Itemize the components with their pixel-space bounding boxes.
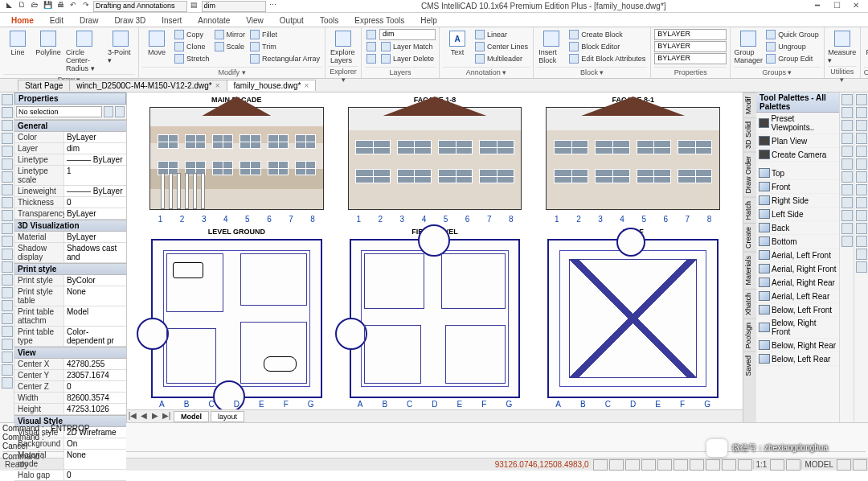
lineweight-icon[interactable] bbox=[2, 171, 13, 183]
palette-item[interactable]: Preset Viewpoints.. bbox=[756, 113, 839, 134]
prop-row[interactable]: Layerdim bbox=[14, 143, 126, 154]
sb-dyn-icon[interactable] bbox=[706, 459, 720, 471]
sb-otrack-icon[interactable] bbox=[674, 459, 688, 471]
quick-group-button[interactable]: Quick Group bbox=[764, 29, 821, 40]
prop-row[interactable]: Lineweight——— ByLayer bbox=[14, 186, 126, 197]
palette-item[interactable]: Right Side bbox=[756, 194, 839, 208]
palette-tab-hatch[interactable]: Hatch bbox=[743, 197, 756, 224]
iso-icon[interactable] bbox=[2, 236, 13, 247]
prop-value[interactable]: 42780.255 bbox=[64, 359, 126, 369]
rectarray-button[interactable]: Rectangular Array bbox=[248, 53, 321, 64]
prop-value[interactable]: ByColor bbox=[64, 275, 126, 286]
sb-anno-icon[interactable] bbox=[738, 459, 752, 471]
audit-icon[interactable] bbox=[856, 236, 867, 247]
tab-annotate[interactable]: Annotate bbox=[190, 14, 238, 27]
prop-row[interactable]: Center Y23057.1674 bbox=[14, 370, 126, 381]
close-icon[interactable]: × bbox=[304, 81, 309, 90]
palette-item[interactable]: Aerial, Right Rear bbox=[756, 276, 839, 290]
stretch-button[interactable]: Stretch bbox=[173, 53, 211, 64]
save-icon[interactable]: 💾 bbox=[42, 1, 53, 12]
prop-row[interactable]: Print table attachmModel bbox=[14, 306, 126, 327]
sb-osnap-icon[interactable] bbox=[657, 459, 672, 471]
polyline-button[interactable]: Polyline bbox=[34, 29, 63, 58]
close-icon[interactable]: × bbox=[215, 81, 220, 90]
tab-draw[interactable]: Draw bbox=[72, 14, 106, 27]
model-tab[interactable]: Model bbox=[174, 411, 209, 422]
list-icon[interactable] bbox=[856, 133, 867, 144]
palette-item[interactable]: Below, Right Front bbox=[756, 317, 839, 339]
snap-icon[interactable] bbox=[2, 94, 13, 105]
palette-item[interactable]: Back bbox=[756, 221, 839, 235]
dyn-icon[interactable] bbox=[2, 223, 13, 234]
print-icon[interactable]: 🖶 bbox=[55, 1, 66, 12]
layer-match-button[interactable]: Layer Match bbox=[379, 41, 436, 52]
group-edit-button[interactable]: Group Edit bbox=[764, 53, 821, 64]
tab-view[interactable]: View bbox=[238, 14, 272, 27]
layer-state-3[interactable] bbox=[365, 53, 378, 64]
clone-button[interactable]: Clone bbox=[173, 41, 211, 52]
center-lines-button[interactable]: Center Lines bbox=[473, 41, 530, 52]
palette-item[interactable]: Aerial, Left Rear bbox=[756, 290, 839, 303]
palette-item[interactable]: Plan View bbox=[756, 134, 839, 148]
move-button[interactable]: Move bbox=[142, 29, 171, 58]
linetype-combo[interactable]: BYLAYER bbox=[654, 41, 727, 52]
explorer-icon[interactable] bbox=[2, 326, 13, 337]
view-top-icon[interactable] bbox=[841, 171, 853, 183]
otrack-icon[interactable] bbox=[2, 158, 13, 170]
palette-tab-create[interactable]: Create bbox=[743, 223, 756, 252]
osnap-icon[interactable] bbox=[2, 146, 13, 157]
layout-tab[interactable]: layout bbox=[211, 411, 244, 422]
next-tab-icon[interactable]: ▶ bbox=[149, 411, 161, 422]
prop-row[interactable]: Center Z0 bbox=[14, 381, 126, 393]
vstyle-icon[interactable] bbox=[841, 223, 853, 234]
prop-row[interactable]: Height47253.1026 bbox=[14, 404, 126, 415]
view-iso-icon[interactable] bbox=[841, 210, 853, 221]
prop-value[interactable]: Model bbox=[64, 306, 126, 326]
quick-select-icon[interactable] bbox=[115, 106, 125, 117]
prop-value[interactable]: Color-dependent pr bbox=[64, 327, 126, 346]
palette-item[interactable]: Top bbox=[756, 166, 839, 180]
dim-linear-button[interactable]: Linear bbox=[473, 29, 530, 40]
sb-ortho-icon[interactable] bbox=[625, 459, 640, 471]
prop-row[interactable]: Width82600.3574 bbox=[14, 393, 126, 404]
layer-state-1[interactable] bbox=[365, 29, 378, 40]
last-tab-icon[interactable]: ▶| bbox=[161, 411, 172, 422]
palette-item[interactable]: Front bbox=[756, 180, 839, 194]
trim-button[interactable]: Trim bbox=[248, 41, 321, 52]
palette-tab-draw-order[interactable]: Draw Order bbox=[743, 152, 756, 197]
options-icon[interactable] bbox=[856, 261, 867, 273]
sb-sel-icon[interactable] bbox=[722, 459, 736, 471]
sb-clean-icon[interactable] bbox=[853, 459, 867, 471]
palette-tab-saved[interactable]: Saved bbox=[743, 352, 756, 380]
angle-icon[interactable] bbox=[856, 146, 867, 157]
properties-icon[interactable] bbox=[2, 313, 13, 324]
first-tab-icon[interactable]: |◀ bbox=[127, 411, 138, 422]
prop-value[interactable]: ——— ByLayer bbox=[64, 186, 126, 196]
prop-section-view[interactable]: View bbox=[14, 347, 126, 359]
measure-button[interactable]: Measure ▾ bbox=[828, 29, 857, 66]
explore-layers-button[interactable]: Explore Layers bbox=[329, 29, 358, 66]
radius-icon[interactable] bbox=[856, 158, 867, 170]
status-icon[interactable] bbox=[856, 210, 867, 221]
nav-cube-icon[interactable] bbox=[841, 158, 853, 170]
zoom-window-icon[interactable] bbox=[841, 94, 853, 105]
render-icon[interactable] bbox=[841, 236, 853, 247]
prop-row[interactable]: TransparencyByLayer bbox=[14, 208, 126, 220]
tab-home[interactable]: Home bbox=[3, 14, 42, 27]
volume-icon[interactable] bbox=[856, 171, 867, 183]
layer-state-icon[interactable]: ▤ bbox=[189, 1, 200, 12]
prop-row[interactable]: Linetype——— ByLayer bbox=[14, 154, 126, 166]
purge-icon[interactable] bbox=[856, 223, 867, 234]
prop-row[interactable]: Center X42780.255 bbox=[14, 359, 126, 370]
palette-item[interactable]: Bottom bbox=[756, 235, 839, 249]
sb-lock-icon[interactable] bbox=[770, 459, 784, 471]
prop-row[interactable]: Shadow displayShadows cast and bbox=[14, 243, 126, 263]
prop-row[interactable]: Linetype scale1 bbox=[14, 166, 126, 186]
zoom-prev-icon[interactable] bbox=[841, 120, 853, 131]
open-icon[interactable]: 🗁 bbox=[29, 1, 40, 12]
transparency-icon[interactable] bbox=[2, 184, 13, 195]
palette-tab-materials[interactable]: Materials bbox=[743, 252, 756, 289]
app-menu-icon[interactable]: ◣ bbox=[3, 1, 14, 12]
zoom-extents-icon[interactable] bbox=[841, 107, 853, 118]
prop-value[interactable]: ByLayer bbox=[64, 132, 126, 142]
